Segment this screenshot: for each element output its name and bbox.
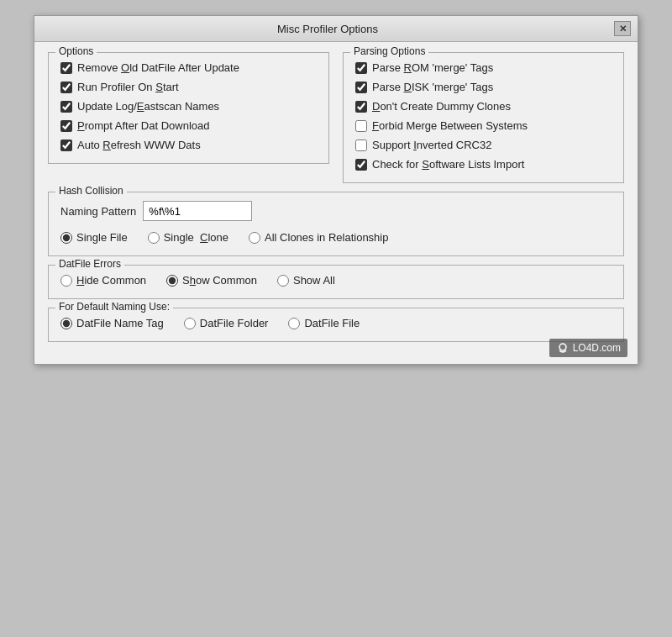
dialog-title: Misc Profiler Options (41, 23, 614, 35)
top-section: Options Remove Old DatFile After Update … (48, 52, 624, 192)
support-inverted-label[interactable]: Support Inverted CRC32 (372, 139, 491, 151)
forbid-merge-checkbox[interactable] (355, 120, 367, 132)
naming-pattern-input[interactable] (143, 201, 252, 221)
naming-folder-label[interactable]: DatFile Folder (200, 317, 269, 329)
datfile-hide-common: Hide Common (60, 274, 146, 287)
options-column: Options Remove Old DatFile After Update … (48, 52, 329, 192)
support-inverted-checkbox[interactable] (355, 140, 367, 151)
watermark-icon (556, 341, 570, 355)
datfile-errors-group: DatFile Errors Hide Common Show Common S… (48, 265, 624, 299)
hash-all-clones: All Clones in Relationship (249, 231, 388, 244)
naming-folder-radio[interactable] (184, 318, 196, 329)
datfile-hide-common-radio[interactable] (60, 275, 72, 287)
naming-pattern-label: Naming Pattern (60, 205, 136, 218)
datfile-show-all-label[interactable]: Show All (293, 274, 335, 287)
option-prompt: Prompt After Dat Download (60, 119, 317, 132)
parsing-group-label: Parsing Options (350, 45, 428, 57)
svg-point-0 (559, 344, 566, 350)
hash-single-file: Single File (60, 231, 128, 244)
parse-disk-checkbox[interactable] (355, 82, 367, 93)
parse-rom-checkbox[interactable] (355, 62, 367, 74)
parse-rom-label[interactable]: Parse ROM 'merge' Tags (372, 61, 493, 74)
option-run-profiler-label[interactable]: Run Profiler On Start (77, 81, 179, 93)
naming-name-tag: DatFile Name Tag (60, 317, 164, 329)
hash-collision-radio-row: Single File Single Clone All Clones in R… (60, 231, 612, 244)
datfile-show-all: Show All (277, 274, 335, 287)
no-dummy-clones-label[interactable]: Don't Create Dummy Clones (372, 100, 511, 113)
datfile-errors-label: DatFile Errors (55, 258, 124, 270)
datfile-errors-radio-row: Hide Common Show Common Show All (60, 274, 612, 287)
hash-single-clone-radio[interactable] (148, 232, 160, 244)
watermark: LO4D.com (549, 339, 627, 357)
hash-single-file-radio[interactable] (60, 232, 72, 244)
naming-use-radio-row: DatFile Name Tag DatFile Folder DatFile … (60, 317, 612, 329)
check-software-checkbox[interactable] (355, 159, 367, 171)
option-auto-refresh-checkbox[interactable] (60, 140, 72, 151)
support-inverted: Support Inverted CRC32 (355, 139, 612, 151)
naming-name-tag-radio[interactable] (60, 318, 72, 329)
watermark-text: LO4D.com (573, 342, 621, 354)
naming-name-tag-label[interactable]: DatFile Name Tag (76, 317, 164, 329)
naming-file-radio[interactable] (288, 318, 300, 329)
parse-disk-label[interactable]: Parse DISK 'merge' Tags (372, 81, 493, 93)
hash-all-clones-label[interactable]: All Clones in Relationship (265, 231, 388, 244)
forbid-merge: Forbid Merge Between Systems (355, 119, 612, 132)
naming-file: DatFile File (288, 317, 360, 329)
option-prompt-checkbox[interactable] (60, 120, 72, 132)
naming-pattern-row: Naming Pattern (60, 201, 612, 221)
options-group-label: Options (55, 45, 97, 57)
title-bar: Misc Profiler Options ✕ (34, 16, 638, 42)
no-dummy-clones: Don't Create Dummy Clones (355, 100, 612, 113)
naming-file-label[interactable]: DatFile File (304, 317, 360, 329)
naming-folder: DatFile Folder (184, 317, 269, 329)
parse-disk: Parse DISK 'merge' Tags (355, 81, 612, 93)
hash-single-file-label[interactable]: Single File (76, 231, 128, 244)
option-remove-old-label[interactable]: Remove Old DatFile After Update (77, 61, 239, 74)
misc-profiler-dialog: Misc Profiler Options ✕ Options Remove O… (34, 15, 638, 365)
option-auto-refresh-label[interactable]: Auto Refresh WWW Dats (77, 139, 201, 151)
dialog-body: Options Remove Old DatFile After Update … (34, 42, 638, 364)
hash-all-clones-radio[interactable] (249, 232, 260, 244)
datfile-hide-common-label[interactable]: Hide Common (76, 274, 146, 287)
hash-collision-group: Hash Collision Naming Pattern Single Fil… (48, 192, 624, 256)
datfile-show-common-radio[interactable] (166, 275, 178, 287)
check-software-label[interactable]: Check for Software Lists Import (372, 158, 524, 171)
check-software: Check for Software Lists Import (355, 158, 612, 171)
close-button[interactable]: ✕ (614, 21, 631, 36)
datfile-show-common-label[interactable]: Show Common (182, 274, 257, 287)
parse-rom: Parse ROM 'merge' Tags (355, 61, 612, 74)
option-run-profiler: Run Profiler On Start (60, 81, 317, 93)
option-update-log: Update Log/Eastscan Names (60, 100, 317, 113)
hash-single-clone-label[interactable]: Single Clone (164, 231, 228, 244)
option-remove-old: Remove Old DatFile After Update (60, 61, 317, 74)
option-update-log-label[interactable]: Update Log/Eastscan Names (77, 100, 219, 113)
hash-single-clone: Single Clone (148, 231, 228, 244)
option-remove-old-checkbox[interactable] (60, 62, 72, 74)
option-prompt-label[interactable]: Prompt After Dat Download (77, 119, 210, 132)
naming-use-group: For Default Naming Use: DatFile Name Tag… (48, 308, 624, 342)
no-dummy-clones-checkbox[interactable] (355, 101, 367, 113)
option-auto-refresh: Auto Refresh WWW Dats (60, 139, 317, 151)
option-run-profiler-checkbox[interactable] (60, 82, 72, 93)
datfile-show-common: Show Common (166, 274, 257, 287)
naming-use-label: For Default Naming Use: (55, 301, 173, 313)
forbid-merge-label[interactable]: Forbid Merge Between Systems (372, 119, 528, 132)
options-group: Options Remove Old DatFile After Update … (48, 52, 329, 164)
hash-collision-label: Hash Collision (55, 185, 127, 197)
option-update-log-checkbox[interactable] (60, 101, 72, 113)
parsing-group: Parsing Options Parse ROM 'merge' Tags P… (343, 52, 624, 183)
datfile-show-all-radio[interactable] (277, 275, 289, 287)
parsing-column: Parsing Options Parse ROM 'merge' Tags P… (343, 52, 624, 192)
